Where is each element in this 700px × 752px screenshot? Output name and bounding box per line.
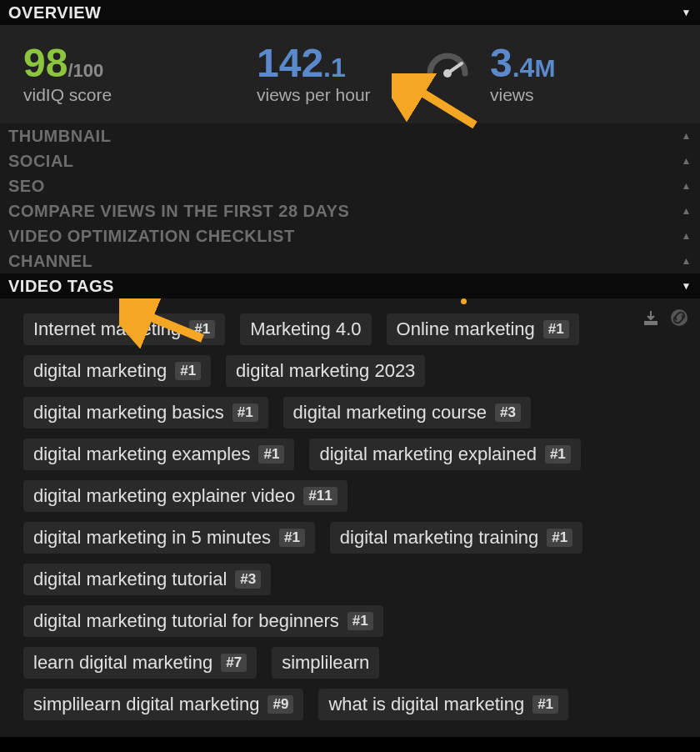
tag-text: digital marketing course [293, 402, 487, 424]
svg-line-1 [448, 63, 462, 73]
tag-rank: #1 [189, 320, 215, 338]
tag-text: Marketing 4.0 [250, 318, 361, 340]
tag-text: simplilearn [282, 652, 369, 674]
tag-text: digital marketing examples [33, 444, 250, 465]
section-channel-header[interactable]: CHANNEL ▲ [0, 248, 700, 273]
section-compare-header[interactable]: COMPARE VIEWS IN THE FIRST 28 DAYS ▲ [0, 198, 700, 223]
tag-item[interactable]: digital marketing training#1 [330, 522, 582, 554]
section-overview-title: OVERVIEW [8, 3, 101, 23]
chevron-down-icon: ▼ [682, 7, 692, 18]
section-checklist-header[interactable]: VIDEO OPTIMIZATION CHECKLIST ▲ [0, 223, 700, 248]
tag-text: digital marketing basics [33, 402, 224, 424]
tag-item[interactable]: digital marketing 2023 [226, 355, 425, 387]
metric-vph: 142.1 views per hour [233, 43, 467, 105]
views-dec: .4 [512, 53, 535, 83]
section-social-title: SOCIAL [8, 152, 74, 171]
tag-rank: #1 [258, 445, 284, 464]
chevron-up-icon: ▲ [682, 205, 692, 217]
tag-rank: #11 [303, 487, 337, 505]
tag-text: Internet marketing [33, 318, 181, 340]
tags-actions [640, 307, 690, 328]
tag-item[interactable]: digital marketing basics#1 [23, 397, 268, 429]
tag-rank: #1 [175, 362, 201, 380]
section-thumbnail-header[interactable]: THUMBNAIL ▲ [0, 123, 700, 148]
metric-views: 3.4M views [467, 43, 700, 105]
tag-text: learn digital marketing [33, 652, 212, 674]
tag-text: what is digital marketing [328, 694, 524, 715]
tag-list: Internet marketing#1Marketing 4.0Online … [23, 313, 677, 720]
tag-item[interactable]: digital marketing examples#1 [23, 439, 294, 470]
metric-score: 98/100 vidIQ score [0, 43, 233, 105]
score-label: vidIQ score [23, 85, 233, 105]
tag-item[interactable]: digital marketing explainer video#11 [23, 480, 348, 512]
tag-rank: #7 [221, 654, 247, 672]
tag-text: simplilearn digital marketing [33, 694, 259, 715]
section-videotags-header[interactable]: VIDEO TAGS ▼ [0, 273, 700, 298]
tag-item[interactable]: learn digital marketing#7 [23, 647, 257, 679]
chevron-up-icon: ▲ [682, 255, 692, 267]
section-social-header[interactable]: SOCIAL ▲ [0, 148, 700, 173]
vidiq-panel: OVERVIEW ▼ 98/100 vidIQ score 142.1 view… [0, 0, 700, 737]
tag-rank: #3 [235, 570, 261, 589]
tag-text: digital marketing tutorial for beginners [33, 610, 339, 632]
tag-item[interactable]: simplilearn digital marketing#9 [23, 689, 303, 720]
svg-point-2 [671, 309, 688, 326]
section-seo-title: SEO [8, 177, 45, 196]
score-value: 98/100 [23, 43, 233, 83]
tag-text: digital marketing tutorial [33, 569, 227, 590]
vph-label: views per hour [257, 85, 467, 105]
tag-rank: #1 [543, 320, 569, 338]
chevron-up-icon: ▲ [682, 180, 692, 192]
overview-body: 98/100 vidIQ score 142.1 views per hour … [0, 25, 700, 123]
score-denom: /100 [68, 60, 103, 81]
tag-text: digital marketing [33, 360, 167, 382]
link-icon[interactable] [668, 307, 690, 328]
section-overview-header[interactable]: OVERVIEW ▼ [0, 0, 700, 25]
tag-item[interactable]: digital marketing#1 [23, 355, 211, 387]
section-thumbnail-title: THUMBNAIL [8, 127, 111, 146]
views-label: views [490, 85, 700, 105]
chevron-up-icon: ▲ [682, 230, 692, 242]
section-channel-title: CHANNEL [8, 252, 92, 271]
tag-item[interactable]: Online marketing#1 [387, 313, 579, 345]
tag-text: digital marketing explainer video [33, 485, 295, 507]
section-seo-header[interactable]: SEO ▲ [0, 173, 700, 198]
tag-item[interactable]: what is digital marketing#1 [318, 689, 568, 720]
tag-rank: #1 [532, 695, 558, 714]
tag-item[interactable]: digital marketing course#3 [283, 397, 531, 429]
tag-rank: #1 [279, 529, 305, 547]
tag-text: digital marketing 2023 [236, 360, 415, 382]
chevron-up-icon: ▲ [682, 155, 692, 167]
score-main: 98 [23, 41, 68, 85]
views-main: 3 [490, 41, 512, 85]
tag-text: digital marketing training [340, 527, 538, 549]
tag-item[interactable]: simplilearn [272, 647, 379, 679]
tag-item[interactable]: digital marketing in 5 minutes#1 [23, 522, 315, 554]
tag-rank: #1 [547, 529, 572, 547]
tag-text: digital marketing in 5 minutes [33, 527, 271, 549]
vph-dec: .1 [323, 53, 346, 83]
tag-item[interactable]: Internet marketing#1 [23, 313, 225, 345]
tags-body: Internet marketing#1Marketing 4.0Online … [0, 298, 700, 737]
gauge-icon [425, 48, 470, 80]
chevron-down-icon: ▼ [682, 280, 692, 292]
tag-text: Online marketing [397, 318, 535, 340]
tag-rank: #1 [232, 404, 258, 422]
tag-item[interactable]: digital marketing tutorial#3 [23, 564, 271, 595]
tag-item[interactable]: digital marketing explained#1 [309, 439, 580, 470]
section-checklist-title: VIDEO OPTIMIZATION CHECKLIST [8, 227, 295, 246]
tag-rank: #1 [348, 612, 373, 630]
views-value: 3.4M [490, 43, 700, 83]
tag-rank: #9 [268, 695, 293, 714]
vph-main: 142 [257, 41, 323, 85]
section-videotags-title: VIDEO TAGS [8, 277, 114, 296]
tag-rank: #1 [545, 445, 571, 464]
tag-item[interactable]: digital marketing tutorial for beginners… [23, 605, 383, 637]
section-compare-title: COMPARE VIEWS IN THE FIRST 28 DAYS [8, 202, 349, 221]
chevron-up-icon: ▲ [682, 130, 692, 142]
tag-text: digital marketing explained [319, 444, 537, 465]
tag-item[interactable]: Marketing 4.0 [240, 313, 371, 345]
views-unit: M [534, 54, 555, 82]
tag-rank: #3 [495, 404, 521, 422]
download-icon[interactable] [640, 307, 662, 328]
